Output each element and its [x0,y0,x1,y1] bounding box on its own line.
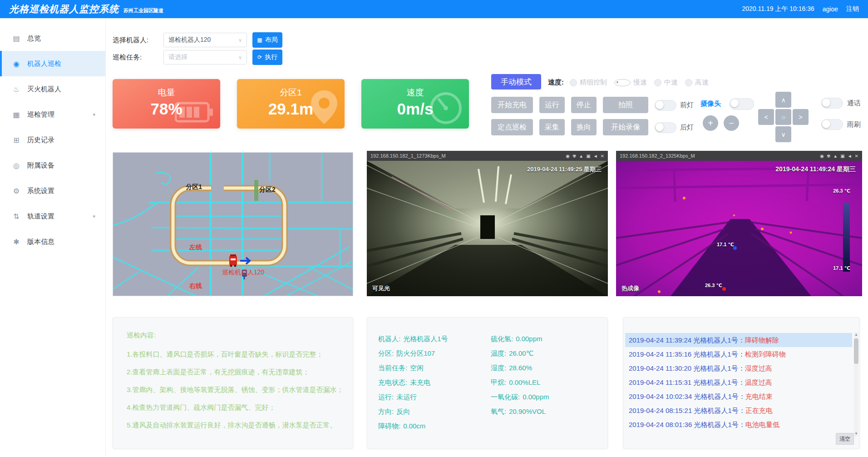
capture-icon[interactable]: ◉ [820,154,824,159]
status-row: 氧气:20.90%VOL [491,407,546,416]
log-entry[interactable]: 2019-04-24 11:35:16 光格机器人1号：检测到障碍物 [625,347,852,361]
robot-status-panel: 机器人:光格机器人1号 分区:防火分区107 当前任务:空闲 充电状态:未充电 … [367,317,608,449]
front-light-label: 前灯 [680,101,694,109]
header-username[interactable]: agioe [823,5,838,13]
status-row: 方向:反向 [378,407,410,416]
zoom-out-button[interactable]: − [724,115,739,131]
status-row: 当前任务:空闲 [378,364,424,373]
radio-slow[interactable] [614,79,631,86]
speed-label: 速度: [548,78,564,87]
sidebar-item-track-settings[interactable]: ⇅ 轨道设置 ▾ [0,204,105,229]
task-select[interactable]: 请选择 ∨ [163,50,247,65]
radio-fast[interactable] [685,79,692,86]
front-light-toggle[interactable] [655,100,676,111]
audio-icon[interactable]: ◄ [593,154,598,159]
fire-robot-icon: ♨ [12,85,21,94]
thermal-scale-min: 17.1 ℃ [833,265,850,271]
close-icon[interactable]: ✕ [855,154,858,159]
capture-icon[interactable]: ◉ [566,154,570,159]
status-row: 障碍物:0.00cm [378,422,425,431]
gauge-icon [429,91,463,125]
settings-icon[interactable]: ✾ [827,154,830,159]
sidebar-item-accessory[interactable]: ◎ 附属设备 [0,153,105,178]
execute-button[interactable]: ⟳ 执行 [252,50,282,65]
record-icon[interactable]: ▲ [579,154,583,159]
battery-card: 电量 78% [113,79,220,129]
inspection-item: 1.各投料口、通风口是否损坏，百叶窗是否缺失，标识是否完整； [127,350,323,359]
sidebar-item-label: 机器人巡检 [27,60,61,68]
pan-center-button[interactable]: ○ [775,109,791,125]
task-select-placeholder: 请选择 [168,53,187,61]
clear-log-button[interactable]: 清空 [836,433,854,445]
radio-medium[interactable] [654,79,661,86]
status-row: 甲烷:0.00%LEL [491,378,540,387]
record-icon[interactable]: ▲ [833,154,838,159]
settings-icon[interactable]: ✾ [572,154,576,159]
record-button[interactable]: 开始录像 [603,119,648,135]
rear-light-toggle[interactable] [655,122,676,133]
close-icon[interactable]: ✕ [601,154,604,159]
stream-name: 192.168.150.182_2_1325Kbps_M [620,153,695,159]
refresh-icon: ⟳ [257,54,262,60]
status-row: 充电状态:未充电 [378,378,430,387]
camera-toggle[interactable] [730,98,754,110]
fixed-point-button[interactable]: 定点巡检 [491,119,533,135]
status-row: 分区:防火分区107 [378,349,435,358]
log-entry[interactable]: 2019-04-24 08:01:36 光格机器人1号：电池电量低 [625,417,852,432]
log-entry[interactable]: 2019-04-24 08:15:21 光格机器人1号：正在充电 [625,403,852,417]
location-pin-icon [310,89,338,125]
visible-light-video[interactable]: 192.168.150.182_1_1273Kbps_M ◉✾▲▣◄✕ [367,151,608,296]
scroll-down-icon[interactable]: ▼ [854,431,858,437]
sidebar-item-version-info[interactable]: ✱ 版本信息 [0,229,105,254]
log-entry[interactable]: 2019-04-24 11:30:20 光格机器人1号：湿度过高 [625,361,852,375]
chevron-down-icon: ▾ [93,214,95,219]
sidebar-item-fire-robot[interactable]: ♨ 灭火机器人 [0,76,105,102]
track-map[interactable]: 分区1 分区2 左线 右线 巡检机器人120 [113,152,353,296]
fullscreen-icon[interactable]: ▣ [586,154,590,159]
robot-select[interactable]: 巡检机器人120 ∨ [163,33,247,47]
thermal-bottom-temp: 26.3 ℃ [705,283,722,288]
app-header: 光格巡检机器人监控系统 苏州工业园区隧道 2020.11.19 上午 10:16… [0,0,868,18]
logout-link[interactable]: 注销 [846,5,859,13]
reverse-button[interactable]: 换向 [571,119,597,135]
start-charge-button[interactable]: 开始充电 [491,97,533,113]
stop-button[interactable]: 停止 [571,97,597,113]
collect-button[interactable]: 采集 [539,119,565,135]
fullscreen-icon[interactable]: ▣ [840,154,844,159]
radio-fine-control[interactable] [570,79,577,86]
run-button[interactable]: 运行 [539,97,565,113]
manual-mode-button[interactable]: 手动模式 [491,74,541,89]
radio-label-fine: 精细控制 [580,78,607,87]
wiper-label: 雨刷 [847,120,861,129]
pan-left-button[interactable]: < [758,109,774,125]
radio-label-slow: 慢速 [633,78,647,87]
inspection-manage-icon: ▦ [12,110,21,119]
scroll-up-icon[interactable]: ▲ [854,332,858,338]
pan-up-button[interactable]: ∧ [775,92,791,108]
wiper-toggle[interactable] [821,119,843,130]
zoom-in-button[interactable]: + [703,115,718,131]
thermal-video[interactable]: 192.168.150.182_2_1325Kbps_M ◉✾▲▣◄✕ [616,151,862,296]
map-right-line-label: 右线 [189,282,202,289]
hot-spot-dot [722,287,726,291]
video-title-bar: 192.168.150.182_2_1325Kbps_M ◉✾▲▣◄✕ [616,151,862,161]
talk-toggle[interactable] [821,98,843,109]
sidebar-item-overview[interactable]: ▤ 总览 [0,25,105,51]
photo-button[interactable]: 拍照 [603,97,648,113]
sidebar-item-robot-inspection[interactable]: ◉ 机器人巡检 [0,51,105,76]
log-scrollbar-thumb[interactable] [854,338,858,364]
log-entry[interactable]: 2019-04-24 11:15:31 光格机器人1号：温度过高 [625,375,852,389]
log-entry[interactable]: 2019-04-24 11:39:24 光格机器人1号：障碍物解除 [625,333,852,347]
sidebar-item-system-settings[interactable]: ⚙ 系统设置 [0,178,105,204]
robot-inspection-icon: ◉ [12,60,21,68]
audio-icon[interactable]: ◄ [848,154,852,159]
stream-name: 192.168.150.182_1_1273Kbps_M [370,153,446,159]
layout-button[interactable]: ▦ 布局 [252,32,282,48]
radio-label-medium: 中速 [664,78,678,87]
log-entry[interactable]: 2019-04-24 10:02:34 光格机器人1号：充电结束 [625,389,852,403]
pan-down-button[interactable]: ∨ [775,126,791,142]
pan-right-button[interactable]: > [793,109,809,125]
sidebar-item-history[interactable]: ⊞ 历史记录 [0,127,105,153]
robot-select-label: 选择机器人: [113,36,148,45]
sidebar-item-inspection-manage[interactable]: ▦ 巡检管理 ▾ [0,102,105,127]
